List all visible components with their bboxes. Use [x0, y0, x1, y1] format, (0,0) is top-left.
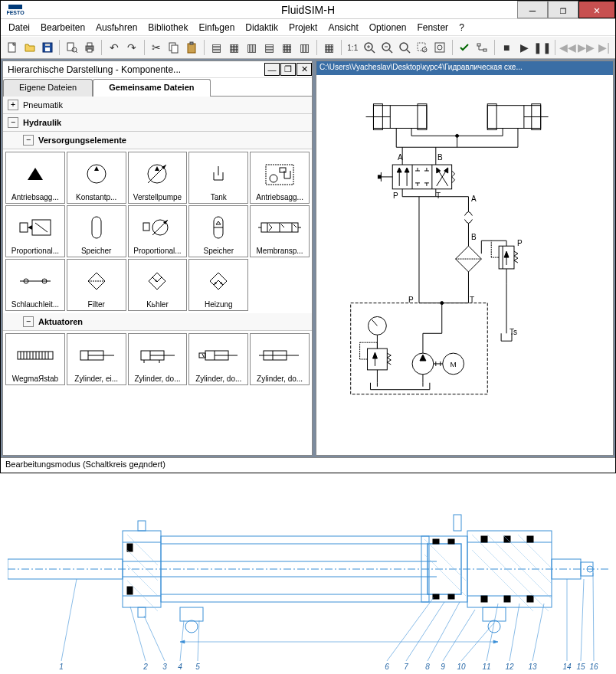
menu-didaktik[interactable]: Didaktik: [241, 21, 283, 34]
check-icon[interactable]: [457, 39, 473, 56]
svg-rect-47: [143, 223, 149, 231]
canvas-area[interactable]: M A B P T A B P P T Ts: [316, 75, 613, 455]
collapse-minus-icon[interactable]: −: [8, 117, 18, 128]
redo-icon[interactable]: ↷: [123, 39, 139, 56]
align-middle-icon[interactable]: ▦: [279, 39, 295, 56]
component-wegmass[interactable]: WegmaЯstab: [5, 333, 65, 385]
menu-ausfuhren[interactable]: Ausfьhren: [91, 21, 142, 34]
label-t1: T: [436, 191, 441, 200]
skip-icon[interactable]: ▶|: [596, 39, 612, 56]
component-filter[interactable]: Filter: [67, 259, 126, 311]
svg-rect-224: [483, 607, 506, 621]
grid-icon[interactable]: ▦: [321, 39, 337, 56]
minimize-button[interactable]: —: [517, 1, 548, 18]
category-hydraulik[interactable]: − Hydraulik: [3, 114, 312, 132]
menu-fenster[interactable]: Fenster: [412, 21, 453, 34]
menu-help[interactable]: ?: [454, 21, 469, 34]
menu-projekt[interactable]: Projekt: [284, 21, 322, 34]
component-label: Schlauchleit...: [8, 300, 63, 309]
component-tank[interactable]: Tank: [188, 152, 248, 204]
component-label: Zylinder, do...: [191, 375, 246, 383]
zoom-page-icon[interactable]: [432, 39, 448, 56]
component-zylinder-ei[interactable]: Zylinder, ei...: [67, 333, 126, 385]
diagram-icon[interactable]: [474, 39, 490, 56]
panel-close-button[interactable]: ✕: [297, 63, 312, 76]
component-verstellpumpe[interactable]: Verstellpumpe: [128, 152, 188, 204]
align-top-icon[interactable]: ▤: [261, 39, 277, 56]
menu-ansicht[interactable]: Ansicht: [323, 21, 362, 34]
svg-point-223: [185, 620, 198, 633]
zoom-window-icon[interactable]: [414, 39, 431, 56]
new-file-icon[interactable]: [4, 39, 20, 56]
panel-min-button[interactable]: —: [264, 63, 280, 76]
menu-bibliothek[interactable]: Bibliothek: [143, 21, 192, 34]
svg-line-45: [35, 223, 48, 232]
copy-icon[interactable]: [166, 39, 182, 56]
component-proportional1[interactable]: Proportional...: [5, 205, 65, 257]
cut-icon[interactable]: ✂: [149, 39, 165, 56]
component-zylinder-do1[interactable]: Zylinder, do...: [128, 333, 188, 385]
stop-icon[interactable]: ■: [499, 39, 515, 56]
component-proportional2[interactable]: Proportional...: [128, 205, 188, 257]
svg-line-166: [372, 319, 377, 326]
component-heizung[interactable]: Heizung: [188, 259, 248, 311]
play-icon[interactable]: ▶: [516, 39, 532, 56]
category-aktuatoren[interactable]: − Aktuatoren: [3, 313, 312, 331]
component-membransp[interactable]: Membransp...: [250, 205, 310, 257]
hydraulic-schematic: M: [316, 75, 613, 455]
svg-rect-214: [504, 596, 510, 602]
expand-plus-icon[interactable]: +: [8, 100, 18, 110]
label-b2: B: [471, 233, 477, 241]
print-icon[interactable]: [81, 39, 97, 56]
menu-datei[interactable]: Datei: [4, 21, 34, 34]
paste-icon[interactable]: [184, 39, 200, 56]
save-icon[interactable]: [39, 39, 55, 56]
preview-icon[interactable]: [64, 39, 80, 56]
component-zylinder-do3[interactable]: Zylinder, do...: [250, 333, 310, 385]
pause-icon[interactable]: ❚❚: [534, 39, 551, 56]
open-file-icon[interactable]: [21, 39, 38, 56]
component-konstantpumpe[interactable]: Konstantp...: [67, 152, 126, 204]
zoom-out-icon[interactable]: [378, 39, 395, 56]
component-schlauch[interactable]: Schlauchleit...: [5, 259, 65, 311]
zoom-fit-icon[interactable]: [396, 39, 412, 56]
svg-point-26: [437, 45, 442, 50]
component-speicher1[interactable]: Speicher: [67, 205, 126, 257]
svg-rect-205: [433, 594, 439, 599]
step-back-icon[interactable]: ◀◀: [559, 39, 576, 56]
align-left-icon[interactable]: ▤: [208, 39, 224, 56]
align-center-icon[interactable]: ▦: [226, 39, 242, 56]
component-zylinder-do2[interactable]: Zylinder, do...: [188, 333, 248, 385]
maximize-button[interactable]: ❐: [548, 1, 578, 18]
tab-shared-files[interactable]: Gemeinsame Dateien: [93, 79, 210, 97]
svg-rect-194: [138, 521, 146, 531]
component-speicher2[interactable]: Speicher: [188, 205, 248, 257]
align-bottom-icon[interactable]: ▥: [297, 39, 313, 56]
menu-einfugen[interactable]: Einfьgen: [194, 21, 239, 34]
tab-own-files[interactable]: Eigene Dateien: [3, 79, 93, 97]
svg-line-22: [407, 50, 410, 53]
status-bar: Bearbeitungsmodus (Schaltkreis geдndert): [1, 457, 615, 473]
category-versorgung[interactable]: − Versorgungselemente: [3, 132, 312, 149]
component-antriebsagg[interactable]: Antriebsagg...: [5, 152, 65, 204]
align-right-icon[interactable]: ▥: [244, 39, 260, 56]
category-label: Pneumatik: [23, 100, 63, 110]
collapse-minus-icon[interactable]: −: [23, 316, 34, 327]
collapse-minus-icon[interactable]: −: [23, 135, 34, 146]
component-label: Zylinder, do...: [130, 375, 185, 383]
menu-optionen[interactable]: Optionen: [365, 21, 411, 34]
panel-max-button[interactable]: ❐: [280, 63, 296, 76]
category-pneumatik[interactable]: + Pneumatik: [3, 97, 312, 114]
step-fwd-icon[interactable]: ▶▶: [578, 39, 595, 56]
undo-icon[interactable]: ↶: [106, 39, 122, 56]
component-kuhler[interactable]: Kьhler: [128, 259, 188, 311]
svg-line-235: [424, 539, 466, 581]
svg-marker-35: [155, 166, 159, 171]
component-antriebsagg2[interactable]: Antriebsagg...: [250, 152, 310, 204]
zoom-in-icon[interactable]: [361, 39, 377, 56]
component-label: Proportional...: [8, 247, 63, 255]
palette-aktuatoren: WegmaЯstab Zylinder, ei... Zylinder, do.…: [3, 331, 312, 388]
menu-bearbeiten[interactable]: Bearbeiten: [36, 21, 90, 34]
close-button[interactable]: ✕: [578, 1, 615, 18]
svg-line-232: [487, 535, 552, 599]
